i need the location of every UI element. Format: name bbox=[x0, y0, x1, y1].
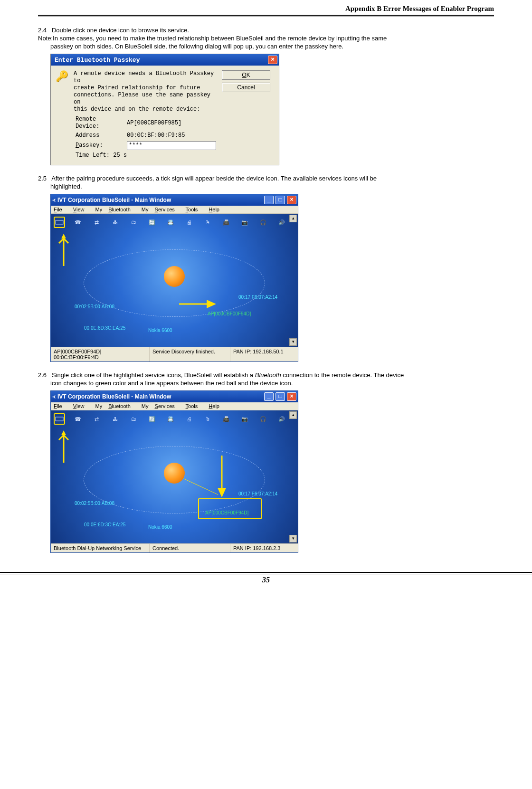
service-spp-icon[interactable]: ⇄ bbox=[91, 217, 102, 228]
service-headset-icon[interactable]: 🎧 bbox=[257, 217, 269, 228]
close-icon[interactable]: × bbox=[287, 392, 296, 401]
dev-ap-label[interactable]: AP[000CBF00F94D] bbox=[205, 510, 248, 515]
win1-title: IVT Corporation BlueSoleil - Main Window bbox=[57, 197, 171, 203]
dev-nokia-label[interactable]: Nokia 6600 bbox=[148, 524, 172, 530]
local-device-icon[interactable] bbox=[164, 266, 185, 287]
dev-pc-label[interactable]: 00:17:F6:07:A2:14 bbox=[238, 295, 277, 300]
service-img-icon[interactable]: 📷 bbox=[239, 217, 250, 228]
service-spp-icon[interactable]: ⇄ bbox=[91, 413, 102, 425]
menu-my-services[interactable]: My Services bbox=[142, 207, 180, 212]
passkey-input[interactable]: **** bbox=[127, 141, 216, 150]
service-sync-icon[interactable]: 🔄 bbox=[146, 217, 158, 228]
status-right: PAN IP: 192.168.2.3 bbox=[230, 544, 298, 552]
menu-tools[interactable]: Tools bbox=[186, 207, 203, 212]
menu-tools[interactable]: Tools bbox=[186, 403, 203, 409]
service-pan-icon[interactable] bbox=[54, 217, 65, 228]
win1-statusbar: AP[000CBF00F94D] 00:0C:BF:00:F9:4D Servi… bbox=[51, 347, 298, 361]
close-icon[interactable]: × bbox=[287, 196, 296, 204]
minimize-icon[interactable]: _ bbox=[264, 392, 274, 401]
win2-title: IVT Corporation BlueSoleil - Main Window bbox=[57, 393, 171, 400]
scroll-up-icon[interactable]: ▴ bbox=[289, 215, 297, 222]
service-pan-icon[interactable] bbox=[54, 413, 65, 425]
footer-rule-thin bbox=[0, 574, 532, 574]
minimize-icon[interactable]: _ bbox=[264, 196, 274, 204]
menu-my-bluetooth[interactable]: My Bluetooth bbox=[95, 403, 135, 409]
service-print-icon[interactable]: 🖨 bbox=[183, 413, 195, 425]
dev-pc-label[interactable]: 00:17:F6:07:A2:14 bbox=[238, 491, 277, 496]
win2-canvas: ▴ ▾ ☎ ⇄ 🖧 🗂 🔄 📇 🖨 🖱 📠 📷 🎧 🔊 bbox=[51, 410, 298, 543]
menu-file[interactable]: File bbox=[54, 207, 67, 212]
menu-file[interactable]: File bbox=[54, 403, 67, 409]
maximize-icon[interactable]: □ bbox=[276, 392, 285, 401]
header-rule-thick bbox=[38, 15, 494, 16]
step-2-6: 2.6 Single click one of the highlighted … bbox=[38, 371, 494, 379]
service-opp-icon[interactable]: 📇 bbox=[165, 413, 176, 425]
maximize-icon[interactable]: □ bbox=[276, 196, 285, 204]
service-hid-icon[interactable]: 🖱 bbox=[202, 413, 213, 425]
service-print-icon[interactable]: 🖨 bbox=[183, 217, 195, 228]
dev-phone1-label[interactable]: 00:02:5B:00:AB:08 bbox=[75, 304, 114, 309]
cancel-button[interactable]: Cancel bbox=[222, 83, 270, 92]
service-dun-icon[interactable]: ☎ bbox=[72, 217, 84, 228]
step-2-4-note: Note:In some cases, you need to make the… bbox=[38, 35, 494, 42]
service-fax-icon[interactable]: 📠 bbox=[220, 413, 232, 425]
service-sync-icon[interactable]: 🔄 bbox=[146, 413, 158, 425]
dev-phone2-label[interactable]: 00:0E:6D:3C:EA:25 bbox=[84, 325, 125, 331]
note-label: Note: bbox=[38, 35, 53, 42]
win2-titlebar: ᚜ IVT Corporation BlueSoleil - Main Wind… bbox=[51, 391, 298, 402]
service-hid-icon[interactable]: 🖱 bbox=[202, 217, 213, 228]
dev-phone1-label[interactable]: 00:02:5B:00:AB:08 bbox=[75, 501, 114, 506]
service-ftp-icon[interactable]: 🗂 bbox=[128, 413, 139, 425]
service-ftp-icon[interactable]: 🗂 bbox=[128, 217, 139, 228]
service-icon-bar: ☎ ⇄ 🖧 🗂 🔄 📇 🖨 🖱 📠 📷 🎧 🔊 bbox=[54, 217, 287, 228]
bluetooth-icon: ᚜ bbox=[53, 197, 56, 203]
menu-my-bluetooth[interactable]: My Bluetooth bbox=[95, 207, 135, 212]
local-device-icon[interactable] bbox=[164, 463, 185, 484]
time-left: Time Left: 25 s bbox=[74, 151, 218, 160]
menu-help[interactable]: Help bbox=[209, 207, 224, 212]
service-img-icon[interactable]: 📷 bbox=[239, 413, 250, 425]
menu-help[interactable]: Help bbox=[209, 403, 224, 409]
service-lan-icon[interactable]: 🖧 bbox=[109, 217, 121, 228]
step-2-6-cont: icon changes to green color and a line a… bbox=[50, 380, 494, 387]
menu-my-services[interactable]: My Services bbox=[142, 403, 180, 409]
scroll-down-icon[interactable]: ▾ bbox=[289, 338, 297, 346]
passkey-msg-l3: connections. Please use the same passkey… bbox=[74, 92, 218, 106]
service-av-icon[interactable]: 🔊 bbox=[276, 413, 287, 425]
connected-device-highlight bbox=[198, 498, 262, 519]
win1-menubar: File View My Bluetooth My Services Tools… bbox=[51, 206, 298, 214]
service-lan-icon[interactable]: 🖧 bbox=[109, 413, 121, 425]
bluesoleil-window-2: ᚜ IVT Corporation BlueSoleil - Main Wind… bbox=[50, 390, 298, 553]
status-center: Service Discovery finished. bbox=[150, 347, 230, 361]
footer-rule-thick bbox=[0, 572, 532, 573]
dev-phone2-label[interactable]: 00:0E:6D:3C:EA:25 bbox=[84, 522, 125, 527]
passkey-msg-l2: create Paired relationship for future bbox=[74, 85, 218, 92]
address-value: 00:0C:BF:00:F9:85 bbox=[125, 131, 218, 140]
passkey-titlebar: Enter Bluetooth Passkey × bbox=[51, 54, 279, 66]
service-opp-icon[interactable]: 📇 bbox=[165, 217, 176, 228]
ok-button[interactable]: OK bbox=[222, 70, 270, 80]
step-2-5-cont: highlighted. bbox=[50, 183, 494, 190]
scroll-down-icon[interactable]: ▾ bbox=[289, 535, 297, 542]
status-left: AP[000CBF00F94D] 00:0C:BF:00:F9:4D bbox=[51, 347, 150, 361]
service-dun-icon[interactable]: ☎ bbox=[72, 413, 84, 425]
status-left: Bluetooth Dial-Up Networking Service bbox=[51, 544, 150, 552]
close-icon[interactable]: × bbox=[268, 56, 277, 64]
arrow-up-icon bbox=[57, 233, 70, 266]
arrow-right-icon bbox=[179, 297, 217, 311]
remote-device-label: Remote Device: bbox=[74, 115, 125, 131]
service-headset-icon[interactable]: 🎧 bbox=[257, 413, 269, 425]
step-2-5: 2.5 After the pairing procedure succeeds… bbox=[38, 175, 494, 182]
win2-statusbar: Bluetooth Dial-Up Networking Service Con… bbox=[51, 543, 298, 552]
dev-ap-label[interactable]: AP[000CBF00F94D] bbox=[208, 311, 251, 316]
passkey-title: Enter Bluetooth Passkey bbox=[55, 57, 140, 64]
menu-view[interactable]: View bbox=[73, 403, 89, 409]
scroll-up-icon[interactable]: ▴ bbox=[289, 411, 297, 419]
dev-nokia-label[interactable]: Nokia 6600 bbox=[148, 328, 172, 333]
step-text-b: Bluetooth bbox=[255, 371, 281, 379]
menu-view[interactable]: View bbox=[73, 207, 89, 212]
service-av-icon[interactable]: 🔊 bbox=[276, 217, 287, 228]
win2-menubar: File View My Bluetooth My Services Tools… bbox=[51, 402, 298, 410]
service-fax-icon[interactable]: 📠 bbox=[220, 217, 232, 228]
service-icon-bar: ☎ ⇄ 🖧 🗂 🔄 📇 🖨 🖱 📠 📷 🎧 🔊 bbox=[54, 413, 287, 425]
